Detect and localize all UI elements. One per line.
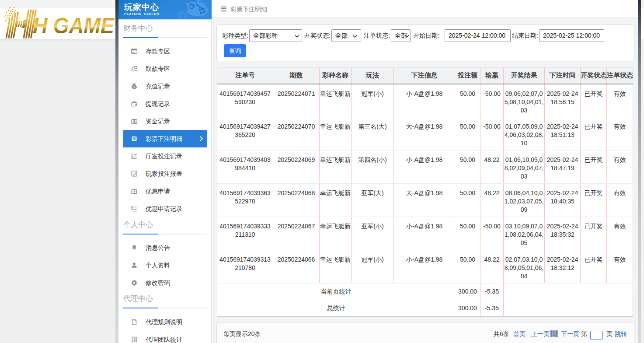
- svg-text:¥: ¥: [133, 85, 135, 88]
- svg-text:H GAME: H GAME: [33, 14, 115, 38]
